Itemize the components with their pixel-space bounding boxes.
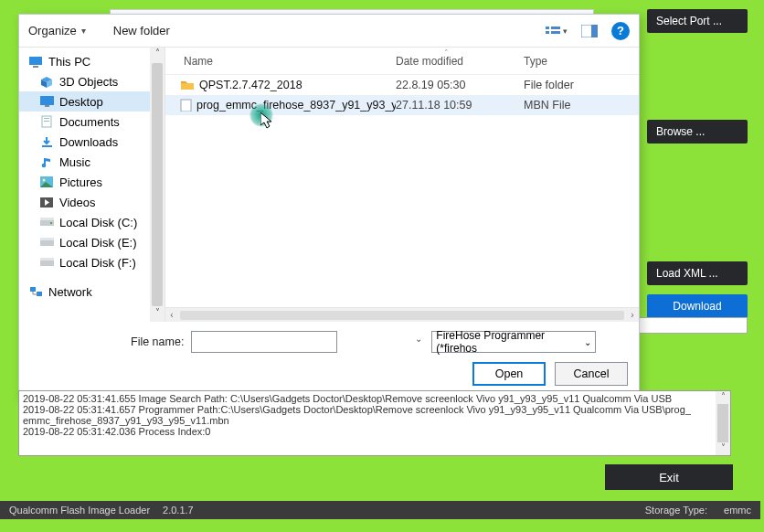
folder-icon — [180, 79, 195, 91]
svg-rect-32 — [181, 100, 191, 112]
organize-menu[interactable]: Organize ▾ — [28, 24, 86, 37]
nav-disk-f[interactable]: Local Disk (F:) — [19, 252, 164, 272]
cancel-button[interactable]: Cancel — [555, 362, 628, 386]
hscroll-thumb[interactable] — [180, 311, 624, 320]
nav-3d-objects[interactable]: 3D Objects — [19, 71, 164, 91]
file-name-label: File name: — [131, 335, 184, 348]
svg-rect-12 — [45, 105, 49, 107]
scroll-up-icon[interactable]: ˄ — [155, 48, 160, 62]
svg-rect-24 — [40, 218, 54, 220]
drive-icon — [39, 256, 54, 269]
nav-pictures[interactable]: Pictures — [19, 172, 164, 192]
filename-dropdown-icon[interactable]: ⌄ — [415, 334, 422, 344]
file-date: 27.11.18 10:59 — [396, 99, 524, 112]
open-button[interactable]: Open — [472, 362, 546, 386]
navpane-scrollbar[interactable]: ˄ ˅ — [150, 48, 164, 322]
svg-rect-1 — [546, 31, 549, 34]
pictures-icon — [39, 176, 54, 188]
nav-desktop[interactable]: Desktop — [19, 91, 164, 112]
list-headers[interactable]: Name Date modified Type ˄ — [165, 48, 639, 75]
desktop-icon — [39, 95, 54, 108]
sort-asc-icon: ˄ — [444, 48, 449, 58]
file-name-input[interactable] — [191, 331, 337, 353]
dialog-footer: File name: ⌄ FireHose Programmer (*fireh… — [19, 322, 639, 399]
col-name[interactable]: Name — [165, 55, 396, 68]
network-icon — [28, 285, 43, 298]
svg-rect-30 — [30, 287, 36, 292]
storage-type-label: Storage Type: — [645, 505, 707, 516]
log-line: emmc_firehose_8937_y91_y93_y95_v11.mbn — [23, 415, 727, 426]
scroll-down-icon[interactable]: ˅ — [155, 307, 160, 322]
nav-this-pc[interactable]: This PC — [19, 51, 164, 71]
svg-rect-3 — [551, 31, 560, 34]
svg-rect-29 — [40, 258, 54, 261]
organize-label: Organize — [28, 24, 77, 37]
drive-icon — [39, 216, 54, 229]
file-type: MBN File — [524, 99, 639, 112]
svg-rect-14 — [44, 118, 49, 119]
nav-disk-c[interactable]: Local Disk (C:) — [19, 212, 164, 232]
log-scrollbar[interactable]: ˄ ˅ — [716, 391, 730, 455]
svg-rect-2 — [551, 27, 560, 29]
filter-text: FireHose Programmer (*firehos — [436, 329, 584, 355]
svg-rect-7 — [33, 66, 38, 68]
status-app-name: Qualcomm Flash Image Loader — [9, 505, 150, 516]
nav-disk-e[interactable]: Local Disk (E:) — [19, 232, 164, 252]
svg-rect-16 — [42, 145, 52, 147]
new-folder-button[interactable]: New folder — [113, 24, 170, 37]
log-line: 2019-08-22 05:31:42.036 Process Index:0 — [23, 426, 727, 437]
select-port-button[interactable]: Select Port ... — [647, 9, 748, 33]
load-xml-button[interactable]: Load XML ... — [647, 261, 748, 285]
svg-rect-6 — [29, 57, 42, 65]
nav-documents[interactable]: Documents — [19, 112, 164, 132]
nav-videos[interactable]: Videos — [19, 192, 164, 212]
nav-downloads[interactable]: Downloads — [19, 132, 164, 152]
nav-music[interactable]: Music — [19, 152, 164, 172]
exit-button[interactable]: Exit — [605, 464, 733, 490]
log-line: 2019-08-22 05:31:41.655 Image Search Pat… — [23, 393, 727, 404]
browse-button[interactable]: Browse ... — [647, 120, 748, 144]
scroll-left-icon[interactable]: ‹ — [165, 310, 178, 320]
list-hscrollbar[interactable]: ‹ › — [165, 307, 639, 322]
col-type[interactable]: Type — [524, 55, 639, 68]
scroll-up-icon[interactable]: ˄ — [721, 391, 726, 404]
videos-icon — [39, 196, 54, 208]
preview-pane-button[interactable] — [578, 23, 600, 39]
scroll-thumb[interactable] — [152, 63, 163, 306]
file-icon — [180, 99, 192, 112]
file-name: QPST.2.7.472_2018 — [199, 79, 302, 91]
host-progress-field — [638, 317, 748, 334]
documents-icon — [39, 115, 54, 128]
col-date[interactable]: Date modified — [396, 55, 524, 68]
svg-rect-11 — [40, 96, 54, 105]
help-icon[interactable]: ? — [611, 22, 630, 40]
status-version: 2.0.1.7 — [163, 505, 194, 516]
scroll-thumb[interactable] — [717, 404, 728, 442]
table-row[interactable]: prog_emmc_firehose_8937_y91_y93_y95_...2… — [165, 95, 639, 115]
storage-type-value: emmc — [724, 505, 751, 516]
cube-icon — [39, 75, 54, 88]
nav-network[interactable]: Network — [19, 282, 164, 302]
log-line: 2019-08-22 05:31:41.657 Programmer Path:… — [23, 404, 727, 415]
svg-rect-15 — [44, 121, 49, 122]
navigation-pane[interactable]: This PC 3D Objects Desktop Documents Dow… — [19, 48, 165, 322]
music-icon — [39, 155, 54, 168]
file-open-dialog: Organize ▾ New folder ▾ ? This PC 3D Obj… — [18, 14, 640, 399]
scroll-right-icon[interactable]: › — [626, 310, 639, 320]
svg-rect-27 — [40, 238, 54, 240]
file-list[interactable]: Name Date modified Type ˄ QPST.2.7.472_2… — [165, 48, 639, 322]
chevron-down-icon: ▾ — [81, 26, 86, 36]
svg-point-17 — [42, 163, 47, 167]
svg-rect-0 — [546, 27, 549, 29]
svg-rect-26 — [40, 240, 54, 246]
change-view-button[interactable]: ▾ — [546, 23, 568, 39]
file-date: 22.8.19 05:30 — [396, 79, 524, 91]
scroll-down-icon[interactable]: ˅ — [721, 442, 726, 455]
table-row[interactable]: QPST.2.7.472_201822.8.19 05:30File folde… — [165, 75, 639, 95]
svg-point-19 — [43, 179, 46, 182]
download-button[interactable]: Download — [647, 294, 748, 318]
drive-icon — [39, 236, 54, 249]
chevron-down-icon: ⌄ — [584, 337, 591, 347]
log-output[interactable]: 2019-08-22 05:31:41.655 Image Search Pat… — [18, 390, 731, 456]
file-type-filter[interactable]: FireHose Programmer (*firehos ⌄ — [431, 331, 596, 353]
